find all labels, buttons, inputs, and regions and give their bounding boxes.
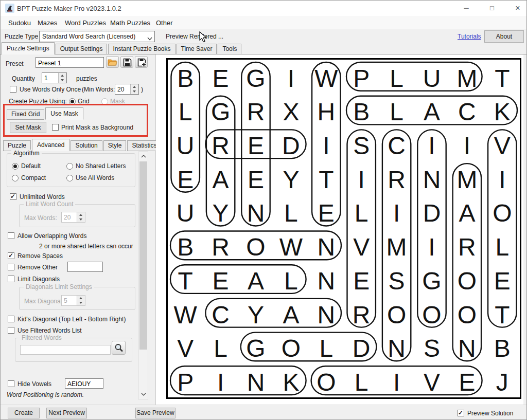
save-preset-as-button[interactable] xyxy=(135,56,148,68)
panel-scrollbar[interactable] xyxy=(138,151,148,400)
remove-other-checkbox[interactable] xyxy=(8,264,14,270)
grid-letter: U xyxy=(423,65,441,92)
grid-letter: V xyxy=(177,335,194,362)
menu-math-puzzles[interactable]: Math Puzzles xyxy=(110,19,150,27)
preview-solution-checkbox[interactable] xyxy=(458,410,464,416)
grid-letter: G xyxy=(422,267,441,295)
algo-default-radio[interactable] xyxy=(12,163,19,170)
grid-letter: L xyxy=(284,199,298,227)
kids-diagonal-label: Kid's Diagonal (Top Left - Bottom Right) xyxy=(17,316,126,323)
save-preview-button[interactable]: Save Preview xyxy=(135,408,175,418)
tab-time-saver[interactable]: Time Saver xyxy=(177,44,217,54)
menu-other[interactable]: Other xyxy=(156,19,173,27)
tab-advanced[interactable]: Advanced xyxy=(32,139,69,151)
grid-letter: W xyxy=(174,301,198,328)
wordsearch-preview: BEGIWPLUMTLGRXHBLACKUREDISCIIVEAEYTIRNMI… xyxy=(168,60,520,397)
puzzle-type-select[interactable]: Standard Word Search (Licensed) xyxy=(39,31,155,42)
grid-letter: A xyxy=(248,267,264,295)
preset-input[interactable] xyxy=(36,57,104,68)
algorithm-groupbox: Algorithm xyxy=(7,153,135,187)
grid-letter: T xyxy=(319,166,333,193)
tab-output-settings[interactable]: Output Settings xyxy=(56,44,108,54)
unlimited-words-checkbox[interactable] xyxy=(10,193,16,200)
kids-diagonal-checkbox[interactable] xyxy=(8,316,14,322)
menu-mazes[interactable]: Mazes xyxy=(38,19,57,27)
next-preview-button[interactable]: Next Preview xyxy=(46,408,87,418)
tab-instant-puzzle-books[interactable]: Instant Puzzle Books xyxy=(108,44,175,54)
close-button[interactable]: × xyxy=(507,1,527,16)
tab-use-mask[interactable]: Use Mask xyxy=(45,107,83,120)
folder-icon xyxy=(108,58,117,66)
algo-use-all-radio[interactable] xyxy=(66,175,73,181)
save-as-icon xyxy=(137,58,146,67)
main-tab-strip: Puzzle Settings Output Settings Instant … xyxy=(2,44,242,54)
create-using-grid-radio[interactable] xyxy=(69,98,76,105)
create-using-grid-label: Grid xyxy=(78,98,90,105)
maximize-button[interactable]: □ xyxy=(482,1,502,16)
hide-vowels-checkbox[interactable] xyxy=(8,380,14,387)
save-preset-button[interactable] xyxy=(120,56,133,68)
menu-sudoku[interactable]: Sudoku xyxy=(8,19,31,27)
algo-compact-radio[interactable] xyxy=(12,175,19,181)
wordsearch-grid: BEGIWPLUMTLGRXHBLACKUREDISCIIVEAEYTIRNMI… xyxy=(166,58,521,399)
grid-letter: B xyxy=(494,335,511,362)
allow-overlapping-checkbox[interactable] xyxy=(8,232,14,239)
grid-letter: L xyxy=(355,199,368,227)
grid-letter: R xyxy=(353,301,371,328)
filtered-words-input xyxy=(20,345,111,355)
limit-diagonals-checkbox[interactable] xyxy=(8,276,14,282)
grid-letter: N xyxy=(317,233,335,261)
min-words-stepper[interactable]: 20 xyxy=(115,84,139,95)
filtered-words-search-button[interactable] xyxy=(112,341,126,355)
scroll-down-arrow[interactable] xyxy=(139,390,148,399)
tutorials-link[interactable]: Tutorials xyxy=(458,33,481,40)
tab-puzzle-settings[interactable]: Puzzle Settings xyxy=(2,42,55,54)
grid-letter: G xyxy=(246,65,265,92)
grid-letter: L xyxy=(284,267,298,295)
tab-solution[interactable]: Solution xyxy=(71,140,102,151)
max-diagonals-stepper: 5 xyxy=(61,295,85,306)
algo-no-shared-radio[interactable] xyxy=(66,163,73,170)
tab-tools[interactable]: Tools xyxy=(218,44,241,54)
scroll-up-arrow[interactable] xyxy=(139,152,148,161)
grid-letter: L xyxy=(319,335,333,362)
grid-letter: E xyxy=(177,166,194,193)
tab-style[interactable]: Style xyxy=(103,140,127,151)
min-words-down-arrow[interactable] xyxy=(131,89,138,95)
svg-text:BPT: BPT xyxy=(8,10,12,12)
hide-vowels-input[interactable] xyxy=(65,378,103,389)
about-button[interactable]: About xyxy=(484,30,524,43)
scrollbar-thumb[interactable] xyxy=(139,161,147,350)
use-filtered-checkbox[interactable] xyxy=(8,327,14,334)
minimize-button[interactable]: ─ xyxy=(456,1,477,16)
set-mask-button[interactable]: Set Mask xyxy=(10,122,46,133)
print-mask-checkbox[interactable] xyxy=(52,124,59,131)
use-words-only-once-label: Use Words Only Once xyxy=(20,86,81,93)
grid-letter: I xyxy=(428,233,435,261)
grid-letter: I xyxy=(217,369,224,396)
grid-letter: I xyxy=(499,166,505,193)
create-button[interactable]: Create xyxy=(8,408,40,418)
grid-letter: J xyxy=(496,369,508,396)
create-using-mask-radio[interactable] xyxy=(101,98,108,105)
min-words-value: 20 xyxy=(117,86,124,93)
quantity-up-arrow[interactable] xyxy=(59,73,66,78)
use-words-only-once-checkbox[interactable] xyxy=(10,86,16,93)
grid-letter: B xyxy=(353,98,370,125)
grid-letter: O xyxy=(246,233,265,261)
grid-letter: C xyxy=(458,98,476,125)
algo-default-label: Default xyxy=(21,162,41,170)
quantity-stepper[interactable]: 1 xyxy=(42,72,67,83)
max-words-label: Max Words: xyxy=(24,214,57,222)
menu-word-puzzles[interactable]: Word Puzzles xyxy=(65,19,106,27)
open-preset-button[interactable] xyxy=(106,56,119,68)
limit-diagonals-label: Limit Diagonals xyxy=(17,276,60,283)
min-words-up-arrow[interactable] xyxy=(131,84,138,89)
grid-letter: I xyxy=(393,199,400,227)
grid-letter: G xyxy=(211,98,230,125)
remove-other-input[interactable] xyxy=(67,262,103,272)
mask-tab-strip: Fixed Grid Use Mask xyxy=(7,107,84,120)
remove-spaces-checkbox[interactable] xyxy=(8,252,14,259)
quantity-down-arrow[interactable] xyxy=(59,78,66,83)
tab-fixed-grid[interactable]: Fixed Grid xyxy=(7,109,44,120)
